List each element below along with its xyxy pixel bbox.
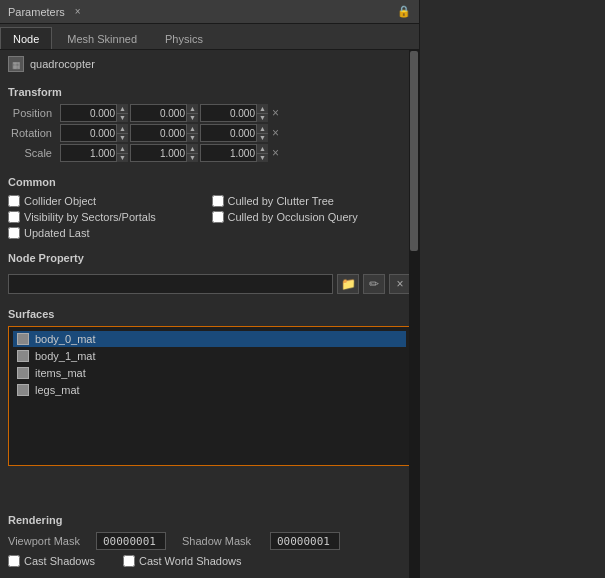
visibility-sectors-checkbox[interactable] [8, 211, 20, 223]
lock-icon: 🔒 [397, 5, 411, 18]
collider-object-row: Collider Object [8, 194, 208, 208]
rotation-y-up[interactable]: ▲ [187, 124, 198, 134]
viewport-mask-label: Viewport Mask [8, 535, 88, 547]
shadow-mask-value: 00000001 [270, 532, 340, 550]
content-area: ▦ quadrocopter Transform Position ▲ ▼ [0, 50, 419, 578]
cast-world-shadows-checkbox-row: Cast World Shadows [123, 554, 242, 568]
scrollbar-thumb[interactable] [410, 51, 418, 251]
cast-shadows-checkbox[interactable] [8, 555, 20, 567]
surfaces-header: Surfaces [8, 308, 411, 320]
rotation-row: Rotation ▲ ▼ ▲ ▼ [8, 124, 411, 142]
tabs-bar: Node Mesh Skinned Physics [0, 24, 419, 50]
tab-mesh-skinned[interactable]: Mesh Skinned [54, 27, 150, 49]
rotation-clear-button[interactable]: × [270, 127, 281, 139]
visibility-sectors-label: Visibility by Sectors/Portals [24, 211, 156, 223]
culled-clutter-tree-checkbox[interactable] [212, 195, 224, 207]
viewport-mask-row: Viewport Mask 00000001 Shadow Mask 00000… [8, 532, 411, 550]
transform-section: Position ▲ ▼ ▲ ▼ [8, 104, 411, 164]
position-row: Position ▲ ▼ ▲ ▼ [8, 104, 411, 122]
scale-x-down[interactable]: ▼ [117, 154, 128, 163]
close-button[interactable]: × [75, 6, 81, 17]
title-bar: Parameters × 🔒 [0, 0, 419, 24]
node-type-icon: ▦ [8, 56, 24, 72]
node-property-input[interactable] [8, 274, 333, 294]
viewport-mask-value: 00000001 [96, 532, 166, 550]
scale-y-up[interactable]: ▲ [187, 144, 198, 154]
node-property-section: 📁 ✏ × [8, 270, 411, 294]
position-clear-button[interactable]: × [270, 107, 281, 119]
tab-node[interactable]: Node [0, 27, 52, 49]
surface-icon [17, 367, 29, 379]
scale-z-up[interactable]: ▲ [257, 144, 268, 154]
updated-last-label: Updated Last [24, 227, 89, 239]
shadow-mask-label: Shadow Mask [182, 535, 262, 547]
position-z-wrapper: ▲ ▼ [200, 104, 268, 122]
surfaces-section: body_0_mat body_1_mat items_mat legs_mat [8, 326, 411, 500]
rotation-z-up[interactable]: ▲ [257, 124, 268, 134]
node-property-header: Node Property [8, 252, 411, 264]
position-z-up[interactable]: ▲ [257, 104, 268, 114]
culled-clutter-tree-row: Culled by Clutter Tree [212, 194, 412, 208]
rotation-x-down[interactable]: ▼ [117, 134, 128, 143]
common-section: Collider Object Culled by Clutter Tree V… [8, 194, 411, 240]
cast-world-shadows-label: Cast World Shadows [139, 555, 242, 567]
surface-item[interactable]: body_1_mat [13, 348, 406, 364]
panel-title: Parameters [8, 6, 65, 18]
cast-world-shadows-checkbox[interactable] [123, 555, 135, 567]
position-x-spinners: ▲ ▼ [116, 104, 128, 122]
property-clear-button[interactable]: × [389, 274, 411, 294]
rotation-x-up[interactable]: ▲ [117, 124, 128, 134]
rotation-y-down[interactable]: ▼ [187, 134, 198, 143]
node-name-row: ▦ quadrocopter [8, 56, 411, 72]
surface-icon [17, 333, 29, 345]
surface-icon [17, 350, 29, 362]
cast-shadows-label: Cast Shadows [24, 555, 95, 567]
culled-clutter-tree-label: Culled by Clutter Tree [228, 195, 334, 207]
surface-name: body_1_mat [35, 350, 96, 362]
surface-item[interactable]: body_0_mat [13, 331, 406, 347]
scrollbar[interactable] [409, 50, 419, 578]
scale-x-up[interactable]: ▲ [117, 144, 128, 154]
surface-name: body_0_mat [35, 333, 96, 345]
edit-button[interactable]: ✏ [363, 274, 385, 294]
updated-last-checkbox[interactable] [8, 227, 20, 239]
position-y-up[interactable]: ▲ [187, 104, 198, 114]
visibility-sectors-row: Visibility by Sectors/Portals [8, 210, 208, 224]
common-header: Common [8, 176, 411, 188]
node-name-label: quadrocopter [30, 58, 95, 70]
position-y-wrapper: ▲ ▼ [130, 104, 198, 122]
property-input-row: 📁 ✏ × [8, 274, 411, 294]
transform-header: Transform [8, 86, 411, 98]
surfaces-list: body_0_mat body_1_mat items_mat legs_mat [8, 326, 411, 466]
surface-item[interactable]: legs_mat [13, 382, 406, 398]
rendering-section: Viewport Mask 00000001 Shadow Mask 00000… [8, 532, 411, 572]
collider-object-checkbox[interactable] [8, 195, 20, 207]
cast-shadows-row: Cast Shadows Cast World Shadows [8, 554, 411, 568]
collider-object-label: Collider Object [24, 195, 96, 207]
updated-last-row: Updated Last [8, 226, 208, 240]
rotation-z-down[interactable]: ▼ [257, 134, 268, 143]
tab-physics[interactable]: Physics [152, 27, 216, 49]
position-z-down[interactable]: ▼ [257, 114, 268, 123]
folder-button[interactable]: 📁 [337, 274, 359, 294]
position-x-up[interactable]: ▲ [117, 104, 128, 114]
scale-z-down[interactable]: ▼ [257, 154, 268, 163]
surface-name: items_mat [35, 367, 86, 379]
position-x-down[interactable]: ▼ [117, 114, 128, 123]
position-label: Position [8, 107, 58, 119]
culled-occlusion-checkbox[interactable] [212, 211, 224, 223]
cast-shadows-checkbox-row: Cast Shadows [8, 554, 95, 568]
rendering-header: Rendering [8, 514, 411, 526]
scale-label: Scale [8, 147, 58, 159]
position-y-down[interactable]: ▼ [187, 114, 198, 123]
scale-y-down[interactable]: ▼ [187, 154, 198, 163]
surface-item[interactable]: items_mat [13, 365, 406, 381]
surface-icon [17, 384, 29, 396]
rotation-label: Rotation [8, 127, 58, 139]
culled-occlusion-label: Culled by Occlusion Query [228, 211, 358, 223]
culled-occlusion-row: Culled by Occlusion Query [212, 210, 412, 224]
scale-row: Scale ▲ ▼ ▲ ▼ [8, 144, 411, 162]
scale-clear-button[interactable]: × [270, 147, 281, 159]
position-x-wrapper: ▲ ▼ [60, 104, 128, 122]
surface-name: legs_mat [35, 384, 80, 396]
